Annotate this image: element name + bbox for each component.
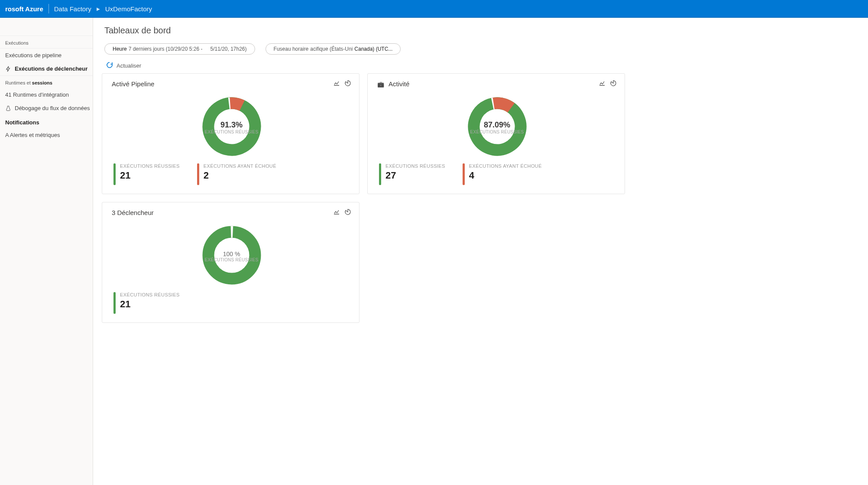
sidebar-item-pipeline-runs[interactable]: Exécutions de pipeline	[0, 49, 93, 62]
refresh-icon	[106, 62, 113, 70]
stat-success: EXÉCUTIONS RÉUSSIES 21	[113, 163, 180, 185]
breadcrumb-service[interactable]: Data Factory	[54, 5, 91, 13]
refresh-button[interactable]: Actualiser	[106, 62, 141, 70]
briefcase-icon	[377, 80, 384, 88]
brand: rosoft Azure	[5, 5, 43, 13]
card-title: Activé Pipeline	[112, 80, 154, 88]
line-chart-icon[interactable]	[599, 80, 606, 88]
stat-bar-green	[379, 163, 381, 185]
sidebar-item-integration-runtimes[interactable]: 41 Runtimes d'intégration	[0, 88, 93, 101]
stat-value: 2	[204, 170, 276, 181]
stat-bar-red	[463, 163, 465, 185]
sidebar-item-alerts-metrics[interactable]: A Alertes et métriques	[0, 128, 93, 142]
dashboard-cards: Activé Pipeline 91.3% EXÉCUTIONS RÉUSS	[102, 73, 859, 323]
sidebar-top-spacer	[0, 21, 93, 36]
stat-value: 21	[120, 170, 180, 181]
pie-chart-icon[interactable]	[610, 80, 617, 88]
time-range-pill[interactable]: Heure 7 derniers jours (10/29/20 5:26 - …	[104, 43, 255, 55]
stat-label: EXÉCUTIONS RÉUSSIES	[385, 163, 445, 169]
pie-chart-icon[interactable]	[344, 208, 351, 217]
chevron-right-icon: ▶	[97, 7, 100, 11]
donut-sublabel: EXÉCUTIONS RÉUSSIES	[470, 130, 524, 134]
stat-label: EXÉCUTIONS AYANT ÉCHOUÉ	[204, 163, 276, 169]
sidebar-item-label: Débogage du flux de données	[15, 105, 90, 111]
donut-sublabel: EXÉCUTIONS RÉUSSIES	[204, 257, 258, 262]
refresh-label: Actualiser	[117, 62, 141, 69]
donut-percent: 100 %	[204, 251, 258, 257]
stat-bar-red	[197, 163, 199, 185]
stat-failed: EXÉCUTIONS AYANT ÉCHOUÉ 2	[197, 163, 276, 185]
sidebar-item-label: Exécutions de déclencheur	[15, 65, 87, 72]
donut-chart: 100 % EXÉCUTIONS RÉUSSIES	[112, 220, 351, 292]
stat-value: 4	[469, 170, 542, 181]
card-title: Activité	[389, 80, 409, 88]
sidebar-group-runtimes: Runtimes et sessions	[0, 75, 93, 88]
stat-value: 21	[120, 299, 180, 310]
donut-chart: 87.09% EXÉCUTIONS RÉUSSIES	[377, 91, 617, 163]
card-pipeline: Activé Pipeline 91.3% EXÉCUTIONS RÉUSS	[102, 73, 360, 194]
filter-row: Heure 7 derniers jours (10/29/20 5:26 - …	[104, 43, 859, 55]
flask-icon	[5, 105, 11, 111]
stat-success: EXÉCUTIONS RÉUSSIES 21	[113, 292, 180, 314]
sidebar-item-label: A Alertes et métriques	[5, 132, 60, 138]
sidebar-group-executions: Exécutions	[0, 36, 93, 49]
sidebar-item-trigger-runs[interactable]: Exécutions de déclencheur	[0, 62, 93, 75]
main-content: Tableaux de bord Heure 7 derniers jours …	[93, 18, 868, 485]
stat-success: EXÉCUTIONS RÉUSSIES 27	[379, 163, 445, 185]
lightning-icon	[5, 66, 11, 72]
top-nav: rosoft Azure Data Factory ▶ UxDemoFactor…	[0, 0, 868, 17]
donut-sublabel: EXÉCUTIONS RÉUSSIES	[204, 130, 258, 134]
donut-percent: 91.3%	[204, 120, 258, 130]
card-trigger: 3 Déclencheur 100 % EXÉCUTIONS RÉUSSIES	[102, 202, 360, 323]
sidebar-group-notifications: Notifications	[0, 115, 93, 128]
donut-chart: 91.3% EXÉCUTIONS RÉUSSIES	[112, 91, 351, 163]
sidebar-item-dataflow-debug[interactable]: Débogage du flux de données	[0, 101, 93, 115]
donut-percent: 87.09%	[470, 120, 524, 130]
stat-label: EXÉCUTIONS AYANT ÉCHOUÉ	[469, 163, 542, 169]
sidebar: Exécutions Exécutions de pipeline Exécut…	[0, 18, 93, 485]
stat-label: EXÉCUTIONS RÉUSSIES	[120, 292, 180, 297]
line-chart-icon[interactable]	[333, 208, 340, 217]
card-activity: Activité 87.09% EXÉCUTIONS	[367, 73, 625, 194]
timezone-pill[interactable]: Fuseau horaire acifique (États-Uni Canad…	[266, 43, 401, 55]
stat-bar-green	[113, 292, 116, 314]
stat-bar-green	[113, 163, 116, 185]
toolbar: Actualiser	[102, 57, 859, 73]
stat-label: EXÉCUTIONS RÉUSSIES	[120, 163, 180, 169]
stat-value: 27	[385, 170, 445, 181]
stat-failed: EXÉCUTIONS AYANT ÉCHOUÉ 4	[463, 163, 542, 185]
breadcrumb-factory[interactable]: UxDemoFactory	[105, 5, 152, 13]
sidebar-item-label: Exécutions de pipeline	[5, 52, 62, 59]
card-title: 3 Déclencheur	[112, 209, 154, 216]
page-title: Tableaux de bord	[104, 26, 859, 36]
pie-chart-icon[interactable]	[344, 80, 351, 88]
line-chart-icon[interactable]	[333, 80, 340, 88]
sidebar-item-label: 41 Runtimes d'intégration	[5, 91, 69, 98]
divider	[49, 4, 49, 13]
